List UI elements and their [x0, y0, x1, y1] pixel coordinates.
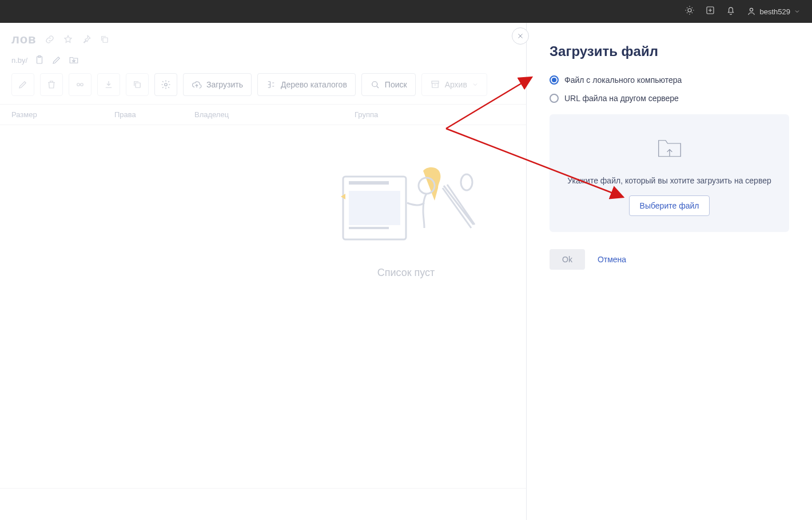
svg-rect-13	[349, 181, 389, 185]
svg-rect-8	[136, 83, 140, 87]
theme-icon[interactable]	[684, 5, 695, 18]
pin-icon[interactable]	[81, 34, 91, 45]
user-icon	[746, 6, 757, 17]
svg-point-7	[81, 83, 83, 86]
upload-label: Загрузить	[206, 80, 243, 89]
panel-title: Загрузить файл	[550, 43, 789, 59]
link-icon[interactable]	[45, 34, 55, 45]
chevron-down-icon	[794, 8, 801, 15]
svg-rect-14	[349, 191, 400, 225]
page-title: лов	[11, 32, 37, 47]
svg-point-0	[688, 9, 691, 12]
col-perms: Права	[114, 110, 194, 119]
panel-actions: Ok Отмена	[550, 249, 789, 270]
radio-local-label: Файл с локального компьютера	[564, 75, 682, 85]
search-button[interactable]: Поиск	[361, 73, 416, 96]
download-button[interactable]	[97, 73, 120, 96]
radio-icon	[550, 75, 559, 85]
svg-rect-3	[103, 38, 108, 42]
chevron-down-icon	[472, 81, 479, 88]
edit-button[interactable]	[11, 73, 34, 96]
svg-rect-11	[432, 81, 439, 83]
col-size: Размер	[11, 110, 114, 119]
pencil-icon[interactable]	[51, 55, 62, 65]
svg-point-18	[461, 174, 472, 190]
dropzone-hint: Укажите файл, который вы хотите загрузит…	[561, 176, 778, 185]
star-icon[interactable]	[63, 34, 73, 45]
archive-button[interactable]: Архив	[421, 73, 487, 96]
favorite-folder-icon[interactable]	[69, 55, 79, 65]
dropzone: Укажите файл, который вы хотите загрузит…	[550, 114, 789, 232]
choose-file-button[interactable]: Выберите файл	[629, 195, 710, 216]
close-icon	[517, 33, 524, 39]
clipboard-icon[interactable]	[34, 55, 45, 65]
search-label: Поиск	[385, 80, 407, 89]
col-group: Группа	[355, 110, 446, 119]
upload-panel: Загрузить файл Файл с локального компьют…	[526, 23, 812, 520]
radio-icon	[550, 94, 559, 103]
bell-icon[interactable]	[726, 5, 736, 18]
svg-point-9	[165, 83, 168, 86]
folder-upload-icon	[561, 131, 778, 166]
upload-button[interactable]: Загрузить	[183, 73, 252, 96]
close-panel-button[interactable]	[512, 27, 529, 45]
tree-button[interactable]: Дерево каталогов	[257, 73, 356, 96]
svg-rect-15	[349, 227, 389, 229]
empty-illustration	[320, 165, 492, 251]
ok-button[interactable]: Ok	[550, 249, 585, 270]
radio-local[interactable]: Файл с локального компьютера	[550, 75, 789, 85]
view-button[interactable]	[69, 73, 91, 96]
svg-point-10	[372, 82, 377, 87]
user-menu[interactable]: besth529	[746, 6, 801, 17]
topbar: besth529	[0, 0, 812, 23]
radio-url[interactable]: URL файла на другом сервере	[550, 94, 789, 103]
svg-point-6	[77, 83, 80, 86]
empty-message: Список пуст	[377, 267, 435, 279]
settings-button[interactable]	[154, 73, 177, 96]
col-owner: Владелец	[194, 110, 355, 119]
path-text: n.by/	[11, 56, 27, 65]
radio-url-label: URL файла на другом сервере	[564, 94, 679, 103]
svg-point-2	[750, 8, 753, 11]
delete-button[interactable]	[40, 73, 63, 96]
username: besth529	[760, 7, 791, 16]
tree-label: Дерево каталогов	[281, 80, 347, 89]
archive-label: Архив	[445, 80, 467, 89]
copy-icon[interactable]	[99, 34, 110, 45]
cancel-button[interactable]: Отмена	[598, 255, 626, 264]
external-icon[interactable]	[705, 5, 715, 18]
copy-button[interactable]	[126, 73, 149, 96]
